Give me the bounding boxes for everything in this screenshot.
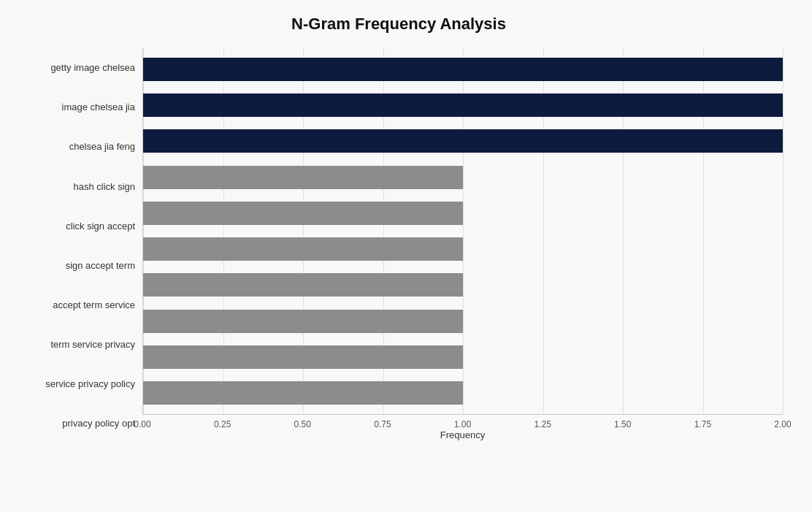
x-tick: 0.75: [374, 419, 391, 429]
chart-container: N-Gram Frequency Analysis getty image ch…: [0, 0, 812, 512]
y-label: click sign accept: [15, 221, 135, 232]
bar: [143, 310, 463, 333]
bars-and-x: Frequency 0.000.250.500.751.001.251.501.…: [142, 48, 783, 443]
bar-row: [143, 56, 783, 83]
bar-row: [143, 272, 783, 298]
bar: [143, 202, 463, 225]
x-axis-label: Frequency: [142, 429, 783, 440]
bar: [143, 129, 783, 153]
y-label: service privacy policy: [15, 378, 135, 390]
y-label: privacy policy opt: [15, 418, 135, 429]
bar-row: [143, 344, 783, 370]
bar: [143, 166, 463, 189]
bar: [143, 58, 783, 81]
x-tick: 0.00: [134, 419, 150, 429]
x-axis: Frequency 0.000.250.500.751.001.251.501.…: [142, 414, 783, 443]
x-tick: 0.50: [294, 419, 311, 429]
y-label: accept term service: [15, 299, 135, 311]
x-tick: 1.00: [454, 419, 471, 429]
bar: [143, 273, 463, 297]
x-tick: 1.75: [694, 419, 711, 429]
chart-area: getty image chelseaimage chelsea jiachel…: [15, 48, 783, 443]
y-label: getty image chelsea: [15, 62, 135, 74]
bars-wrapper: [143, 48, 783, 414]
y-label: hash click sign: [15, 181, 135, 193]
bar: [143, 381, 463, 405]
chart-title: N-Gram Frequency Analysis: [15, 15, 783, 34]
bar: [143, 93, 783, 117]
bar-row: [143, 380, 783, 406]
x-tick: 1.25: [534, 419, 551, 429]
bar-row: [143, 308, 783, 335]
bar-row: [143, 200, 783, 226]
y-label: sign accept term: [15, 260, 135, 272]
y-label: term service privacy: [15, 339, 135, 351]
bar: [143, 345, 463, 369]
y-label: image chelsea jia: [15, 102, 135, 113]
bar: [143, 237, 463, 261]
x-tick: 1.50: [614, 419, 631, 429]
y-label: chelsea jia feng: [15, 141, 135, 153]
bar-row: [143, 92, 783, 118]
bars-region: [142, 48, 783, 414]
bar-row: [143, 164, 783, 191]
y-axis: getty image chelseaimage chelsea jiachel…: [15, 48, 142, 443]
bar-row: [143, 236, 783, 262]
x-tick: 2.00: [774, 419, 791, 429]
grid-line: [783, 48, 784, 414]
x-tick: 0.25: [214, 419, 231, 429]
bar-row: [143, 128, 783, 154]
